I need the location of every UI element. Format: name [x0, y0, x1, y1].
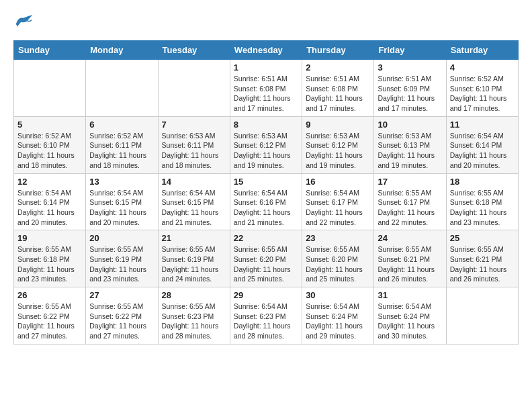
day-number: 12: [17, 177, 82, 187]
calendar-cell: 26Sunrise: 6:55 AM Sunset: 6:22 PM Dayli…: [14, 287, 86, 345]
day-number: 10: [378, 120, 442, 130]
cell-content: Sunrise: 6:54 AM Sunset: 6:24 PM Dayligh…: [378, 302, 442, 341]
cell-content: Sunrise: 6:54 AM Sunset: 6:15 PM Dayligh…: [89, 188, 154, 228]
weekday-header-tuesday: Tuesday: [158, 41, 230, 60]
weekday-header-monday: Monday: [86, 41, 158, 60]
cell-content: Sunrise: 6:54 AM Sunset: 6:24 PM Dayligh…: [306, 302, 370, 341]
cell-content: Sunrise: 6:55 AM Sunset: 6:17 PM Dayligh…: [378, 188, 442, 228]
day-number: 22: [234, 233, 298, 243]
cell-content: Sunrise: 6:51 AM Sunset: 6:08 PM Dayligh…: [306, 74, 370, 113]
cell-content: Sunrise: 6:54 AM Sunset: 6:23 PM Dayligh…: [234, 302, 298, 341]
calendar-week-row: 5Sunrise: 6:52 AM Sunset: 6:10 PM Daylig…: [14, 116, 519, 173]
day-number: 27: [89, 290, 154, 300]
cell-content: Sunrise: 6:52 AM Sunset: 6:10 PM Dayligh…: [17, 131, 82, 171]
day-number: 24: [378, 233, 442, 243]
weekday-header-wednesday: Wednesday: [230, 41, 302, 60]
calendar-cell: 15Sunrise: 6:54 AM Sunset: 6:16 PM Dayli…: [230, 173, 302, 230]
calendar-cell: 4Sunrise: 6:52 AM Sunset: 6:10 PM Daylig…: [446, 60, 518, 117]
calendar-cell: [158, 60, 230, 117]
calendar-cell: 10Sunrise: 6:53 AM Sunset: 6:13 PM Dayli…: [374, 116, 446, 173]
cell-content: Sunrise: 6:55 AM Sunset: 6:20 PM Dayligh…: [306, 244, 370, 284]
calendar-cell: 17Sunrise: 6:55 AM Sunset: 6:17 PM Dayli…: [374, 173, 446, 230]
calendar-week-row: 12Sunrise: 6:54 AM Sunset: 6:14 PM Dayli…: [14, 173, 519, 230]
cell-content: Sunrise: 6:53 AM Sunset: 6:11 PM Dayligh…: [162, 131, 226, 171]
calendar-cell: 9Sunrise: 6:53 AM Sunset: 6:12 PM Daylig…: [302, 116, 374, 173]
day-number: 4: [450, 62, 515, 73]
calendar-cell: 5Sunrise: 6:52 AM Sunset: 6:10 PM Daylig…: [14, 116, 86, 173]
day-number: 3: [378, 62, 442, 73]
calendar-cell: 18Sunrise: 6:55 AM Sunset: 6:18 PM Dayli…: [446, 173, 518, 230]
day-number: 18: [450, 177, 515, 187]
cell-content: Sunrise: 6:55 AM Sunset: 6:18 PM Dayligh…: [17, 244, 82, 284]
calendar-cell: 3Sunrise: 6:51 AM Sunset: 6:09 PM Daylig…: [374, 60, 446, 117]
calendar-cell: [446, 287, 518, 345]
day-number: 29: [234, 290, 298, 300]
calendar-cell: 27Sunrise: 6:55 AM Sunset: 6:22 PM Dayli…: [86, 287, 158, 345]
calendar-cell: 8Sunrise: 6:53 AM Sunset: 6:12 PM Daylig…: [230, 116, 302, 173]
day-number: 1: [234, 62, 298, 73]
cell-content: Sunrise: 6:52 AM Sunset: 6:11 PM Dayligh…: [89, 131, 154, 171]
calendar-cell: 29Sunrise: 6:54 AM Sunset: 6:23 PM Dayli…: [230, 287, 302, 345]
calendar-week-row: 19Sunrise: 6:55 AM Sunset: 6:18 PM Dayli…: [14, 230, 519, 287]
weekday-header-thursday: Thursday: [302, 41, 374, 60]
day-number: 8: [234, 120, 298, 130]
day-number: 26: [17, 290, 82, 300]
calendar-cell: 25Sunrise: 6:55 AM Sunset: 6:21 PM Dayli…: [446, 230, 518, 287]
cell-content: Sunrise: 6:54 AM Sunset: 6:16 PM Dayligh…: [234, 188, 298, 228]
calendar-cell: 6Sunrise: 6:52 AM Sunset: 6:11 PM Daylig…: [86, 116, 158, 173]
day-number: 14: [162, 177, 226, 187]
cell-content: Sunrise: 6:55 AM Sunset: 6:21 PM Dayligh…: [378, 244, 442, 284]
weekday-header-friday: Friday: [374, 41, 446, 60]
cell-content: Sunrise: 6:55 AM Sunset: 6:22 PM Dayligh…: [17, 302, 82, 341]
day-number: 5: [17, 120, 82, 130]
day-number: 13: [89, 177, 154, 187]
day-number: 30: [306, 290, 370, 300]
calendar-week-row: 26Sunrise: 6:55 AM Sunset: 6:22 PM Dayli…: [14, 287, 519, 345]
calendar-week-row: 1Sunrise: 6:51 AM Sunset: 6:08 PM Daylig…: [14, 60, 519, 117]
day-number: 21: [162, 233, 226, 243]
calendar-cell: 14Sunrise: 6:54 AM Sunset: 6:15 PM Dayli…: [158, 173, 230, 230]
cell-content: Sunrise: 6:55 AM Sunset: 6:19 PM Dayligh…: [89, 244, 154, 284]
calendar-cell: 16Sunrise: 6:54 AM Sunset: 6:17 PM Dayli…: [302, 173, 374, 230]
cell-content: Sunrise: 6:51 AM Sunset: 6:09 PM Dayligh…: [378, 74, 442, 113]
logo: [13, 13, 36, 30]
calendar-cell: 24Sunrise: 6:55 AM Sunset: 6:21 PM Dayli…: [374, 230, 446, 287]
day-number: 2: [306, 62, 370, 73]
day-number: 16: [306, 177, 370, 187]
calendar-cell: 19Sunrise: 6:55 AM Sunset: 6:18 PM Dayli…: [14, 230, 86, 287]
day-number: 6: [89, 120, 154, 130]
day-number: 25: [450, 233, 515, 243]
calendar-cell: 23Sunrise: 6:55 AM Sunset: 6:20 PM Dayli…: [302, 230, 374, 287]
cell-content: Sunrise: 6:55 AM Sunset: 6:19 PM Dayligh…: [162, 244, 226, 284]
day-number: 23: [306, 233, 370, 243]
day-number: 20: [89, 233, 154, 243]
calendar-cell: 20Sunrise: 6:55 AM Sunset: 6:19 PM Dayli…: [86, 230, 158, 287]
day-number: 15: [234, 177, 298, 187]
cell-content: Sunrise: 6:55 AM Sunset: 6:23 PM Dayligh…: [162, 302, 226, 341]
cell-content: Sunrise: 6:55 AM Sunset: 6:18 PM Dayligh…: [450, 188, 515, 228]
cell-content: Sunrise: 6:55 AM Sunset: 6:20 PM Dayligh…: [234, 244, 298, 284]
day-number: 7: [162, 120, 226, 130]
cell-content: Sunrise: 6:55 AM Sunset: 6:21 PM Dayligh…: [450, 244, 515, 284]
weekday-header-saturday: Saturday: [446, 41, 518, 60]
cell-content: Sunrise: 6:54 AM Sunset: 6:15 PM Dayligh…: [162, 188, 226, 228]
calendar-cell: [14, 60, 86, 117]
day-number: 31: [378, 290, 442, 300]
day-number: 11: [450, 120, 515, 130]
calendar-cell: 28Sunrise: 6:55 AM Sunset: 6:23 PM Dayli…: [158, 287, 230, 345]
calendar-cell: 30Sunrise: 6:54 AM Sunset: 6:24 PM Dayli…: [302, 287, 374, 345]
day-number: 19: [17, 233, 82, 243]
calendar-cell: 1Sunrise: 6:51 AM Sunset: 6:08 PM Daylig…: [230, 60, 302, 117]
calendar-cell: 22Sunrise: 6:55 AM Sunset: 6:20 PM Dayli…: [230, 230, 302, 287]
calendar-cell: 31Sunrise: 6:54 AM Sunset: 6:24 PM Dayli…: [374, 287, 446, 345]
cell-content: Sunrise: 6:52 AM Sunset: 6:10 PM Dayligh…: [450, 74, 515, 113]
cell-content: Sunrise: 6:54 AM Sunset: 6:14 PM Dayligh…: [450, 131, 515, 171]
calendar-cell: [86, 60, 158, 117]
cell-content: Sunrise: 6:51 AM Sunset: 6:08 PM Dayligh…: [234, 74, 298, 113]
day-number: 17: [378, 177, 442, 187]
cell-content: Sunrise: 6:53 AM Sunset: 6:13 PM Dayligh…: [378, 131, 442, 171]
calendar-cell: 12Sunrise: 6:54 AM Sunset: 6:14 PM Dayli…: [14, 173, 86, 230]
cell-content: Sunrise: 6:53 AM Sunset: 6:12 PM Dayligh…: [306, 131, 370, 171]
calendar-cell: 7Sunrise: 6:53 AM Sunset: 6:11 PM Daylig…: [158, 116, 230, 173]
cell-content: Sunrise: 6:54 AM Sunset: 6:17 PM Dayligh…: [306, 188, 370, 228]
